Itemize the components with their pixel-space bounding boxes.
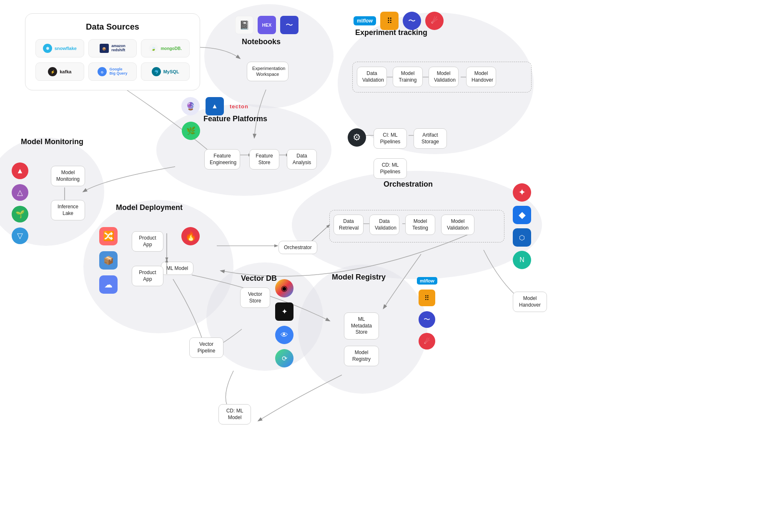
tecton-label: tecton	[230, 103, 248, 110]
model-monitoring-node: Model Monitoring	[51, 166, 85, 186]
product-app-1-node: Product App	[132, 231, 163, 252]
svg-text:📦: 📦	[102, 47, 106, 51]
marqo-icon: 👁	[275, 326, 293, 344]
tecton-icon: ▲	[206, 97, 224, 115]
model-testing-node: Model Testing	[405, 215, 435, 235]
svg-text:G: G	[101, 70, 103, 74]
deepnote-icon: 〜	[280, 16, 298, 34]
feature-engineering-node: Feature Engineering	[204, 149, 240, 170]
data-validation-orch-node: Data Validation	[369, 215, 399, 235]
cd-ml-model-node: CD: ML Model	[218, 404, 251, 425]
ds-snowflake: ❄ snowflake	[35, 39, 84, 57]
data-sources-box: Data Sources ❄ snowflake 📦 amazonredshif…	[25, 13, 200, 90]
registry-icons: mlflow ⠿ 〜 ☄	[417, 277, 437, 350]
vertex-icon: ⬡	[513, 228, 531, 247]
deployment-icons: 🔀 📦 ☁	[99, 227, 118, 294]
ds-mongodb: 🍃 mongoDB.	[141, 39, 190, 57]
model-training-node: Model Training	[393, 67, 423, 87]
ds-mysql: 🐬 MySQL	[141, 62, 190, 81]
neptune-icon: 〜	[403, 12, 421, 30]
data-analysis-node: DataAnalysis	[287, 149, 317, 170]
ds-bigquery: G GoogleBig Query	[88, 62, 137, 81]
airflow-icon: ✦	[513, 183, 531, 202]
monitoring-icons: ▲ △ 🌱 ▽	[12, 162, 28, 244]
model-handover-exp-node: Model Handover	[466, 67, 496, 87]
jupyter-icon: 📓	[235, 16, 253, 34]
whylabs-icon: △	[12, 184, 28, 201]
model-validation-exp-node: Model Validation	[429, 67, 459, 87]
vector-pipeline-node: Vector Pipeline	[189, 337, 223, 358]
data-sources-title: Data Sources	[35, 22, 190, 32]
svg-text:🍃: 🍃	[151, 46, 156, 51]
seldon-icon: 🔀	[99, 227, 118, 245]
github-icon: ⚙	[348, 128, 366, 147]
notebooks-icons: 📓 HEX 〜	[235, 16, 298, 34]
svg-text:❄: ❄	[46, 46, 49, 51]
data-retrieval-node: Data Retrieval	[334, 215, 364, 235]
vector-db-label: Vector DB	[241, 274, 277, 283]
feature-store-node: FeatureStore	[249, 149, 279, 170]
comet-icon: ☄	[425, 12, 444, 30]
ci-ml-pipelines-node: CI: ML Pipelines	[374, 128, 407, 149]
model-validation-orch-node: Model Validation	[441, 215, 474, 235]
feature-platform-icons: 🔮 ▲ tecton	[181, 97, 248, 115]
arize-icon: ▲	[12, 162, 28, 179]
notebooks-label: Notebooks	[242, 37, 281, 46]
comet-reg-icon: ☄	[419, 333, 435, 350]
ml-model-node: ML Model	[161, 262, 193, 275]
svg-text:🐬: 🐬	[154, 70, 158, 75]
data-validation-exp-node: Data Validation	[357, 67, 387, 87]
inference-lake-node: Inference Lake	[51, 200, 85, 220]
orchestrator-node: Orchestrator	[278, 241, 317, 254]
kserve-icon: ☁	[99, 275, 118, 294]
prefect-icon: ◆	[513, 206, 531, 224]
model-registry-label: Model Registry	[332, 273, 386, 282]
model-deployment-label: Model Deployment	[116, 203, 183, 212]
torchserve-icon: 🔥	[181, 227, 200, 245]
ds-kafka: ⚡ kafka	[35, 62, 84, 81]
bentoml-icon: 📦	[99, 251, 118, 270]
qdrant-icon: ✦	[275, 302, 293, 321]
model-handover-reg-node: Model Handover	[513, 292, 547, 312]
orchestration-icons: ✦ ◆ ⬡ N	[513, 183, 531, 269]
diagram: Data Sources ❄ snowflake 📦 amazonredshif…	[0, 0, 760, 532]
experiment-icons: mlflow ⠿ 〜 ☄	[354, 12, 444, 30]
evidently-icon: 🌱	[12, 206, 28, 222]
fiddler-icon: ▽	[12, 227, 28, 244]
model-registry-inner-node: Model Registry	[344, 346, 379, 366]
featureform-icon: 🌿	[182, 122, 200, 140]
feature-platforms-label: Feature Platforms	[203, 115, 267, 123]
neptune-reg-icon: 〜	[419, 311, 435, 328]
weights-reg-icon: ⠿	[419, 290, 435, 306]
product-app-2-node: Product App	[132, 266, 163, 286]
vector-store-node: Vector Store	[240, 287, 270, 308]
model-monitoring-label: Model Monitoring	[21, 137, 83, 146]
vectordb-icons: ◉ ✦ 👁 ⟳	[275, 279, 293, 367]
hex-icon: HEX	[258, 16, 276, 34]
mlflow-icon-exp: mlflow	[354, 16, 376, 25]
svg-text:⚡: ⚡	[50, 70, 55, 75]
nvidia-icon: N	[513, 251, 531, 269]
orchestration-label: Orchestration	[384, 180, 433, 189]
ml-metadata-store-node: ML Metadata Store	[344, 312, 379, 340]
artifact-storage-node: Artifact Storage	[414, 128, 447, 149]
vectordb2-icon: ⟳	[275, 349, 293, 367]
weights-icon: ⠿	[380, 12, 399, 30]
weaviate-icon: ◉	[275, 279, 293, 297]
ds-redshift: 📦 amazonredshift	[88, 39, 137, 57]
feast-icon: 🔮	[181, 97, 200, 115]
experimentation-workspace-node: Experimentation Workspace	[247, 62, 288, 81]
mlflow-icon-reg: mlflow	[417, 277, 437, 285]
cd-ml-pipelines-node: CD: ML Pipelines	[374, 158, 407, 179]
data-sources-grid: ❄ snowflake 📦 amazonredshift 🍃 mongoDB. …	[35, 39, 190, 81]
